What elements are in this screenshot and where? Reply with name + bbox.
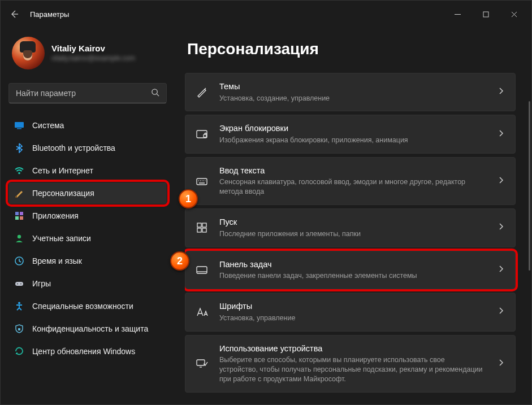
sidebar-item-label: Система (32, 121, 64, 130)
svg-rect-16 (18, 328, 20, 330)
card-subtitle: Изображения экрана блокировки, приложени… (219, 136, 408, 145)
sidebar-item-update[interactable]: Центр обновления Windows (8, 341, 167, 362)
card-title: Экран блокировки (219, 123, 408, 134)
card-start[interactable]: ПускПоследние приложения и элементы, пап… (185, 208, 516, 247)
nav-list: СистемаBluetooth и устройстваСеть и Инте… (8, 115, 167, 362)
svg-point-13 (17, 284, 18, 285)
card-lockscreen[interactable]: Экран блокировкиИзображения экрана блоки… (185, 115, 516, 153)
usage-icon (194, 356, 209, 371)
window-controls (444, 5, 527, 23)
svg-rect-21 (202, 223, 206, 227)
svg-rect-12 (15, 282, 23, 286)
callout-1: 1 (179, 189, 198, 208)
svg-rect-18 (204, 134, 206, 137)
gaming-icon (14, 278, 24, 289)
svg-rect-22 (197, 228, 201, 232)
sidebar-item-system[interactable]: Система (8, 115, 167, 136)
body: Vitaliy Kairov vitaliy.kairov@example.co… (1, 28, 531, 404)
sidebar-item-privacy[interactable]: Конфиденциальность и защита (8, 318, 167, 339)
card-subtitle: Поведение панели задач, закрепленные эле… (219, 271, 417, 281)
input-icon (194, 174, 209, 189)
card-text: ПускПоследние приложения и элементы, пап… (219, 217, 361, 238)
card-themes[interactable]: ТемыУстановка, создание, управление (185, 73, 516, 111)
chevron-right-icon (498, 129, 504, 140)
taskbar-icon (194, 263, 209, 277)
maximize-button[interactable] (473, 5, 499, 23)
apps-icon (14, 211, 24, 221)
privacy-icon (14, 324, 24, 334)
card-usage[interactable]: Использование устройстваВыберите все спо… (185, 335, 516, 393)
card-subtitle: Сенсорная клавиатура, голосовой ввод, эм… (219, 177, 485, 197)
svg-rect-20 (197, 223, 201, 227)
chevron-right-icon (498, 87, 504, 97)
start-icon (194, 220, 209, 235)
card-subtitle: Последние приложения и элементы, папки (219, 229, 361, 239)
card-fonts[interactable]: ШрифтыУстановка, управление (185, 293, 516, 331)
card-title: Темы (219, 81, 330, 93)
sidebar-item-apps[interactable]: Приложения (8, 205, 167, 227)
card-text: ШрифтыУстановка, управление (219, 301, 295, 323)
sidebar-item-label: Игры (32, 279, 51, 288)
search-input[interactable] (16, 89, 146, 98)
app-title: Параметры (30, 10, 69, 19)
sidebar-item-label: Персонализация (32, 189, 94, 198)
sidebar-item-personalization[interactable]: Персонализация (8, 182, 167, 204)
card-taskbar[interactable]: Панель задачПоведение панели задач, закр… (185, 251, 516, 289)
back-button[interactable] (8, 8, 20, 20)
svg-rect-25 (197, 360, 205, 365)
search-box[interactable] (8, 83, 167, 103)
sidebar-item-label: Bluetooth и устройства (32, 143, 115, 153)
chevron-right-icon (498, 307, 504, 317)
profile-email: vitaliy.kairov@example.com (51, 54, 135, 63)
sidebar-item-time[interactable]: Время и язык (8, 250, 167, 272)
close-button[interactable] (501, 5, 527, 23)
titlebar: Параметры (1, 1, 531, 28)
profile[interactable]: Vitaliy Kairov vitaliy.kairov@example.co… (8, 33, 167, 79)
svg-rect-24 (197, 267, 207, 273)
minimize-button[interactable] (444, 5, 470, 23)
bluetooth-icon (14, 143, 24, 153)
card-text: ТемыУстановка, создание, управление (219, 81, 330, 103)
chevron-right-icon (498, 223, 504, 233)
avatar (12, 37, 45, 69)
svg-point-15 (18, 302, 20, 304)
sidebar-item-label: Приложения (32, 211, 79, 220)
svg-rect-2 (15, 122, 24, 128)
card-subtitle: Установка, создание, управление (219, 94, 330, 103)
svg-point-10 (18, 235, 21, 238)
sidebar: Vitaliy Kairov vitaliy.kairov@example.co… (1, 28, 175, 404)
page-title: Персонализация (187, 40, 521, 58)
sidebar-item-bluetooth[interactable]: Bluetooth и устройства (8, 137, 167, 159)
card-title: Панель задач (219, 259, 417, 271)
update-icon (14, 346, 24, 356)
accessibility-icon (14, 301, 24, 311)
sidebar-item-label: Центр обновления Windows (32, 347, 135, 356)
svg-rect-5 (15, 196, 17, 198)
card-input[interactable]: Ввод текстаСенсорная клавиатура, голосов… (185, 157, 516, 205)
svg-rect-6 (15, 212, 19, 215)
svg-rect-3 (17, 128, 21, 129)
svg-rect-0 (483, 12, 488, 17)
sidebar-item-accounts[interactable]: Учетные записи (8, 228, 167, 249)
sidebar-item-network[interactable]: Сеть и Интернет (8, 160, 167, 181)
card-list: ТемыУстановка, создание, управлениеЭкран… (185, 73, 521, 399)
card-title: Ввод текста (219, 166, 485, 177)
sidebar-item-label: Сеть и Интернет (32, 166, 93, 175)
sidebar-item-gaming[interactable]: Игры (8, 273, 167, 294)
svg-point-4 (18, 172, 20, 175)
card-subtitle: Установка, управление (219, 313, 295, 323)
chevron-right-icon (498, 176, 504, 186)
card-text: Использование устройстваВыберите все спо… (219, 343, 485, 384)
scrollbar[interactable] (528, 101, 530, 372)
personalization-icon (14, 188, 24, 198)
time-icon (14, 256, 24, 266)
main-content: Персонализация ТемыУстановка, создание, … (175, 28, 531, 404)
svg-rect-7 (20, 212, 23, 215)
chevron-right-icon (498, 359, 504, 369)
themes-icon (194, 85, 209, 99)
sidebar-item-accessibility[interactable]: Специальные возможности (8, 295, 167, 317)
card-title: Использование устройства (219, 343, 485, 355)
scroll-thumb[interactable] (529, 101, 530, 271)
card-title: Пуск (219, 217, 361, 228)
titlebar-left: Параметры (5, 8, 69, 20)
